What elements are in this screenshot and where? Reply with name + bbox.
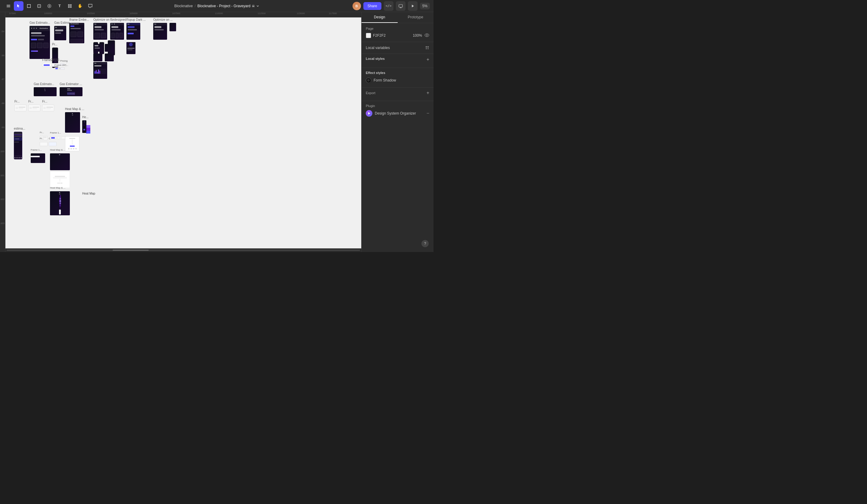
frame-contact-1[interactable] [65, 136, 79, 151]
ruler-label-110000: 110000 [215, 12, 223, 15]
plugin-item-dso[interactable]: Design System Organizer − [366, 110, 429, 117]
help-button[interactable]: ? [421, 240, 429, 247]
svg-rect-17 [70, 6, 72, 8]
svg-rect-18 [399, 4, 403, 7]
zoom-control[interactable]: 5% [420, 3, 430, 9]
chevron-down-icon [256, 4, 259, 8]
export-section-header: Export + [366, 90, 429, 95]
frame-c-sub[interactable]: C... [49, 142, 56, 146]
svg-rect-9 [27, 4, 31, 5]
local-styles-header: Local styles + [366, 57, 429, 62]
frame-tool-button[interactable] [24, 1, 34, 11]
frame-heatmap-3[interactable]: Heat Map & ... [50, 191, 70, 215]
local-styles-title: Local styles [366, 57, 385, 61]
frame-285[interactable]: Frame 285... [54, 67, 65, 70]
local-vars-row: Local variables [366, 46, 429, 50]
svg-rect-2 [7, 7, 10, 7]
project-name[interactable]: Blocknative [174, 4, 193, 8]
frame-heatmap-1[interactable]: Heat Map & ... [65, 112, 80, 133]
avatar[interactable]: B [353, 2, 361, 10]
present-button[interactable] [408, 1, 418, 11]
plugin-section-header: Plugin [366, 104, 429, 108]
page-section-header: Page [366, 27, 429, 30]
text-tool-button[interactable]: T [55, 1, 64, 11]
frame-popup-dark[interactable]: Popup Dark ... bn [127, 23, 140, 40]
comment-tool-button[interactable] [85, 1, 95, 11]
scrollbar-thumb[interactable] [113, 250, 149, 251]
local-styles-add-button[interactable]: + [427, 57, 429, 62]
toolbar: T ✋ Blocknative / Blocknative - Project … [0, 0, 434, 12]
frame-heatmap-2[interactable]: Heat Map & ... [50, 153, 70, 170]
local-vars-button[interactable] [425, 46, 429, 50]
tab-prototype[interactable]: Prototype [398, 12, 434, 23]
frame-fr-sub-2[interactable]: Fr... [40, 142, 47, 146]
frame-optimize-with-chart[interactable]: bn [93, 62, 107, 79]
frame-redesigned[interactable]: Redesigned ... [110, 23, 124, 40]
canvas-scroll[interactable]: Gas Estimato... blocknative [6, 18, 361, 247]
effect-name-form-shadow: Form Shadow [374, 78, 396, 83]
frame-optimize-1[interactable]: Optimize on ... bn [93, 23, 107, 40]
file-name[interactable]: Blocknative - Project - Graveyard ☠ [197, 4, 259, 8]
frame-gas-estimato[interactable]: Gas Estimato... blocknative [30, 26, 50, 59]
effect-item-form-shadow[interactable]: Form Shadow [366, 76, 429, 84]
frame-iframe-embed[interactable]: Iframe Embe... blocknative [69, 23, 84, 43]
effect-styles-section: Effect styles Form Shadow [362, 68, 434, 88]
svg-rect-14 [68, 4, 70, 6]
tab-design[interactable]: Design [362, 12, 398, 23]
multiplayer-button[interactable] [396, 1, 406, 11]
ruler-label-117500: 117500 [329, 12, 337, 15]
frame-1-sub[interactable] [31, 156, 40, 157]
ruler-label-97500: 97500 [9, 12, 16, 15]
export-section: Export + [362, 88, 434, 101]
menu-button[interactable] [3, 1, 13, 11]
svg-rect-0 [7, 5, 10, 6]
svg-rect-15 [70, 4, 72, 6]
local-styles-section: Local styles + [362, 54, 434, 68]
component-tool-button[interactable] [65, 1, 75, 11]
ruler-label-112500: 112500 [258, 12, 266, 15]
plugin-section-title: Plugin [366, 104, 375, 108]
move-tool-button[interactable] [14, 1, 23, 11]
hand-tool-button[interactable]: ✋ [75, 1, 85, 11]
frame-gas-est-4[interactable]: Gas Estimator ... Gas Estimator [60, 87, 83, 96]
page-color-swatch[interactable] [366, 33, 371, 38]
main-layout: 97500 100000 102500 105000 107500 110000… [0, 12, 434, 252]
frame-1-dark[interactable]: Frame 1... [31, 153, 45, 163]
frame-light-1[interactable]: Fr... [14, 105, 26, 111]
local-vars-label: Local variables [366, 46, 390, 50]
svg-point-23 [426, 48, 427, 49]
svg-point-19 [425, 34, 429, 37]
pen-tool-button[interactable] [45, 1, 54, 11]
page-color-row: F2F2F2 100% [366, 33, 429, 38]
frame-screen-4[interactable] [105, 54, 114, 61]
frame-light-3[interactable]: Fr... [42, 105, 54, 111]
page-section: Page F2F2F2 100% [362, 23, 434, 42]
frame-color-strip[interactable] [86, 125, 90, 133]
share-button[interactable]: Share [363, 2, 382, 10]
plugin-dso-icon [366, 110, 372, 117]
dev-mode-button[interactable]: </> [384, 1, 394, 11]
frame-small-tr[interactable] [170, 23, 176, 31]
vertical-ruler: -54 -96 -97 -98 -99 -100 -101 -102 -103 [0, 12, 6, 252]
export-add-button[interactable]: + [427, 90, 429, 95]
page-color-opacity: 100% [413, 33, 422, 37]
frame-screen-1[interactable] [93, 44, 103, 52]
frame-estima-tall[interactable]: estima... [14, 132, 22, 160]
plugin-dso-remove-button[interactable]: − [427, 111, 429, 116]
frame-he-thin[interactable]: He... [82, 120, 86, 133]
svg-rect-7 [27, 4, 28, 8]
frame-gas-est-3[interactable]: Gas Estimato... [34, 87, 56, 96]
toolbar-right: B Share </> 5% [353, 1, 430, 11]
frame-gas-estima-2[interactable]: Gas Estima... bn [54, 26, 66, 40]
svg-point-12 [39, 6, 40, 7]
page-visibility-toggle[interactable] [425, 33, 429, 38]
frame-screen-3[interactable] [93, 54, 103, 61]
canvas-area[interactable]: 97500 100000 102500 105000 107500 110000… [0, 12, 361, 252]
horizontal-scrollbar[interactable] [6, 249, 361, 252]
frame-popup-small[interactable] [127, 42, 136, 54]
frame-optimize-2[interactable]: Optimize on ... bn [153, 23, 167, 40]
shape-tool-button[interactable] [34, 1, 44, 11]
frame-heatmap-contact[interactable] [50, 172, 70, 188]
frame-screen-2[interactable] [105, 44, 114, 52]
frame-light-2[interactable]: Fr... [28, 105, 40, 111]
